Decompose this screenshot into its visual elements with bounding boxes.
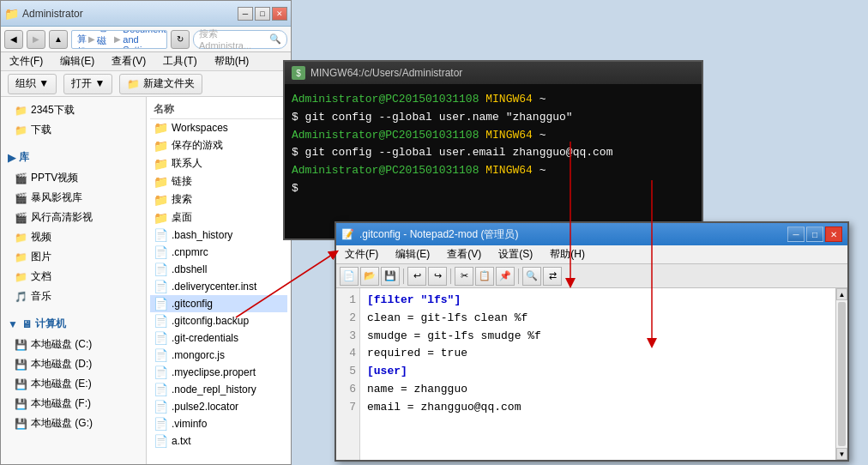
- sidebar-item-fengxing[interactable]: 🎬 风行高清影视: [1, 208, 146, 227]
- new-folder-button[interactable]: 📁 新建文件夹: [119, 74, 202, 94]
- sidebar-item-music[interactable]: 🎵 音乐: [1, 287, 146, 306]
- notepad-menu-help[interactable]: 帮助(H): [545, 245, 590, 263]
- toolbar-open[interactable]: 📂: [360, 267, 379, 286]
- menu-help[interactable]: 帮助(H): [209, 52, 255, 70]
- list-item[interactable]: 📄 .dbshell: [150, 261, 287, 278]
- address-path[interactable]: 计算机 ▶ 本地磁盘 (C:) ▶ Documents and Settings…: [71, 30, 167, 49]
- list-item[interactable]: 📄 .deliverycenter.inst: [150, 278, 287, 295]
- file-name: .mongorc.js: [172, 349, 225, 361]
- toolbar-find[interactable]: 🔍: [522, 267, 541, 286]
- terminal-line-2: $ git config --global user.name "zhanggu…: [292, 109, 695, 127]
- list-item[interactable]: 📄 .cnpmrc: [150, 244, 287, 261]
- terminal-line-1: Administrator@PC201501031108 MINGW64 ~: [292, 91, 695, 109]
- list-item[interactable]: 📄 .viminfo: [150, 415, 287, 432]
- toolbar-paste[interactable]: 📌: [496, 267, 515, 286]
- toolbar-save[interactable]: 💾: [381, 267, 400, 286]
- video-icon: 🎬: [15, 212, 27, 224]
- sidebar-item-label: 2345下载: [31, 103, 75, 118]
- list-item-gitconfig[interactable]: 📄 .gitconfig: [150, 295, 287, 312]
- sidebar-item-drive-g[interactable]: 💾 本地磁盘 (G:): [1, 414, 146, 433]
- list-item[interactable]: 📁 Workspaces: [150, 119, 287, 136]
- sidebar-item-video[interactable]: 📁 视频: [1, 227, 146, 247]
- sidebar-item-baofeng[interactable]: 🎬 暴风影视库: [1, 188, 146, 208]
- list-item[interactable]: 📁 搜索: [150, 190, 287, 208]
- sidebar-item-drive-c[interactable]: 💾 本地磁盘 (C:): [1, 335, 146, 354]
- code-line-1: [filter "lfs"]: [367, 292, 829, 310]
- file-list-header: 名称: [150, 100, 287, 119]
- file-icon: 📄: [154, 365, 168, 379]
- scroll-down-arrow[interactable]: ▼: [836, 448, 847, 460]
- list-item[interactable]: 📄 .node_repl_history: [150, 381, 287, 398]
- breadcrumb-folder[interactable]: Documents and Settings: [123, 30, 167, 49]
- notepad-scrollbar[interactable]: ▲ ▼: [835, 288, 847, 460]
- list-item[interactable]: 📁 保存的游戏: [150, 136, 287, 154]
- list-item[interactable]: 📄 a.txt: [150, 432, 287, 450]
- file-name: .dbshell: [172, 263, 207, 275]
- sidebar-item-drive-e[interactable]: 💾 本地磁盘 (E:): [1, 374, 146, 394]
- video-icon: 🎬: [15, 172, 27, 184]
- sidebar-item-drive-f[interactable]: 💾 本地磁盘 (F:): [1, 394, 146, 414]
- notepad-menu-settings[interactable]: 设置(S): [493, 245, 538, 263]
- folder-icon: 📁: [154, 121, 168, 135]
- menu-view[interactable]: 查看(V): [106, 52, 151, 70]
- toolbar-undo[interactable]: ↩: [407, 267, 426, 286]
- new-folder-icon: 📁: [127, 78, 140, 90]
- list-item[interactable]: 📄 .bash_history: [150, 226, 287, 244]
- organize-button[interactable]: 组织 ▼: [8, 74, 57, 94]
- file-name: Workspaces: [172, 122, 228, 134]
- search-box[interactable]: 搜索 Administra... 🔍: [193, 30, 287, 49]
- notepad-menu-view[interactable]: 查看(V): [442, 245, 486, 263]
- folder-icon: 📁: [15, 124, 27, 136]
- scroll-up-arrow[interactable]: ▲: [836, 288, 847, 300]
- list-item[interactable]: 📁 联系人: [150, 154, 287, 172]
- breadcrumb-drive[interactable]: 本地磁盘 (C:): [97, 30, 112, 49]
- computer-text: 计算机: [35, 317, 66, 331]
- list-item[interactable]: 📄 .pulse2.locator: [150, 398, 287, 415]
- list-item[interactable]: 📄 .git-credentials: [150, 329, 287, 347]
- toolbar-copy[interactable]: 📋: [475, 267, 494, 286]
- toolbar-cut[interactable]: ✂: [455, 267, 473, 286]
- toolbar-redo[interactable]: ↪: [428, 267, 447, 286]
- menu-file[interactable]: 文件(F): [4, 52, 48, 70]
- up-button[interactable]: ▲: [49, 30, 68, 49]
- refresh-button[interactable]: ↻: [171, 30, 190, 49]
- sidebar-item-pptv[interactable]: 🎬 PPTV视频: [1, 168, 146, 188]
- toolbar-separator-3: [518, 269, 519, 284]
- notepad-menu-edit[interactable]: 编辑(E): [390, 245, 435, 263]
- notepad-maximize-button[interactable]: □: [806, 226, 823, 242]
- explorer-minimize-button[interactable]: ─: [238, 7, 253, 21]
- forward-button[interactable]: ▶: [27, 30, 45, 49]
- computer-header[interactable]: ▼ 🖥 计算机: [1, 313, 146, 335]
- notepad-minimize-button[interactable]: ─: [787, 226, 805, 242]
- library-header[interactable]: ▶ 库: [1, 147, 146, 168]
- list-item[interactable]: 📄 .gitconfig.backup: [150, 312, 287, 329]
- back-button[interactable]: ◀: [4, 30, 23, 49]
- file-name: .node_repl_history: [172, 383, 256, 396]
- menu-tools[interactable]: 工具(T): [158, 52, 202, 70]
- terminal-content[interactable]: Administrator@PC201501031108 MINGW64 ~ $…: [285, 84, 702, 239]
- list-item[interactable]: 📄 .myeclipse.propert: [150, 364, 287, 381]
- sidebar-item-documents[interactable]: 📁 文档: [1, 267, 146, 287]
- toolbar-replace[interactable]: ⇄: [543, 267, 562, 286]
- scroll-thumb[interactable]: [838, 302, 846, 446]
- sidebar-item-downloads[interactable]: 📁 下载: [1, 120, 146, 140]
- menu-edit[interactable]: 编辑(E): [55, 52, 99, 70]
- notepad-menu-file[interactable]: 文件(F): [340, 245, 383, 263]
- drive-icon: 💾: [15, 359, 27, 371]
- explorer-close-button[interactable]: ✕: [272, 7, 287, 21]
- list-item[interactable]: 📁 链接: [150, 172, 287, 190]
- toolbar-new[interactable]: 📄: [340, 267, 359, 286]
- open-button[interactable]: 打开 ▼: [63, 74, 112, 94]
- search-icon[interactable]: 🔍: [269, 33, 281, 45]
- sidebar-item-drive-d[interactable]: 💾 本地磁盘 (D:): [1, 354, 146, 374]
- list-item[interactable]: 📁 桌面: [150, 208, 287, 226]
- code-editor[interactable]: [filter "lfs"] clean = git-lfs clean %f …: [360, 288, 835, 460]
- breadcrumb-computer[interactable]: 计算机: [77, 30, 87, 49]
- sidebar-item-pictures[interactable]: 📁 图片: [1, 247, 146, 267]
- notepad-close-button[interactable]: ✕: [825, 226, 842, 242]
- explorer-maximize-button[interactable]: □: [255, 7, 270, 21]
- list-item[interactable]: 📄 .mongorc.js: [150, 347, 287, 364]
- line-number: 2: [340, 310, 356, 328]
- sidebar-item-2345[interactable]: 📁 2345下载: [1, 100, 146, 120]
- file-name: .cnpmrc: [172, 246, 208, 258]
